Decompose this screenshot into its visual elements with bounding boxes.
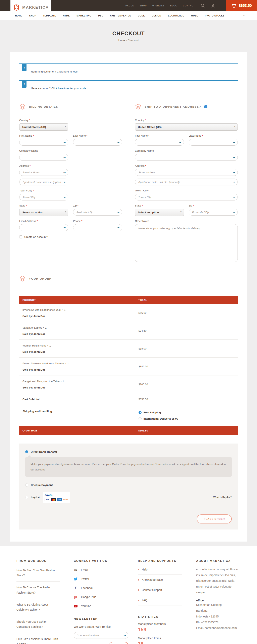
- top-nav-blog[interactable]: BLOG: [170, 4, 177, 7]
- billing-apartment-input[interactable]: [19, 178, 68, 186]
- top-nav-contact[interactable]: CONTACT: [183, 4, 195, 7]
- footer-connect-heading: CONNECT WITH US: [74, 559, 124, 562]
- blog-post-link[interactable]: What is So Alluring About Celebrity Fash…: [16, 599, 60, 616]
- cart-button[interactable]: $653.50: [226, 0, 257, 11]
- bank-transfer-option[interactable]: Direct Bank Transfer: [25, 450, 232, 453]
- shipping-last-name-input[interactable]: [189, 139, 238, 146]
- radio-checked-icon: [25, 450, 28, 453]
- product-name[interactable]: Variant of Laptop × 1: [22, 326, 132, 329]
- blog-post-link[interactable]: How To Start Your Own Fashion Store?: [16, 564, 60, 582]
- top-nav-pages[interactable]: PAGES: [126, 4, 134, 7]
- what-is-paypal-link[interactable]: What is PayPal?: [213, 496, 232, 499]
- product-seller: Sold by: John Doe: [22, 314, 132, 318]
- social-facebook-link[interactable]: f Facebook: [74, 586, 124, 590]
- logo[interactable]: MARKETICA: [10, 0, 52, 15]
- billing-town-input[interactable]: [19, 194, 68, 200]
- zip-label: Zip *: [73, 204, 122, 207]
- billing-last-name-input[interactable]: [73, 139, 122, 146]
- town-label: Town / City *: [135, 189, 238, 192]
- shipping-country-select[interactable]: United States (US): [135, 123, 238, 130]
- first-name-label: First Name *: [135, 134, 184, 137]
- order-total-label: Order Total: [19, 426, 135, 435]
- free-shipping-option[interactable]: Free Shipping: [138, 411, 178, 414]
- blog-post-link[interactable]: Should You Use Fashion Consultant Servic…: [16, 616, 60, 633]
- blog-post-link[interactable]: How To Choose The Perfect Fashion Store?: [16, 582, 60, 598]
- top-nav: PAGES SHOP WISHLIST BLOG CONTACT $653.50: [126, 0, 257, 11]
- product-name[interactable]: Women Hold iPhone × 1: [22, 344, 132, 347]
- state-label: State *: [135, 204, 184, 207]
- email-icon: ✉: [74, 568, 78, 572]
- create-account-checkbox[interactable]: [19, 236, 22, 238]
- newsletter-email-input[interactable]: [74, 632, 128, 639]
- radio-icon: [138, 417, 142, 420]
- product-name[interactable]: Proton Absolute Wordpress Themes × 1: [22, 362, 132, 365]
- shipping-zip-input[interactable]: [189, 209, 238, 216]
- twitter-icon: [74, 577, 78, 581]
- nav-more-chevron-icon[interactable]: »: [242, 15, 246, 16]
- shipping-apartment-input[interactable]: [135, 178, 238, 186]
- product-name[interactable]: iPhone 5s with Headphones Jack × 1: [22, 308, 132, 311]
- breadcrumb-home[interactable]: Home: [118, 39, 125, 42]
- radio-icon: [25, 496, 28, 499]
- shipping-street-input[interactable]: [135, 169, 238, 176]
- statistics-heading: STATISTICS: [138, 615, 182, 618]
- help-link[interactable]: Help: [138, 564, 182, 575]
- company-label: Company Name: [19, 149, 122, 152]
- billing-heading: BILLING DETAILS: [29, 105, 58, 108]
- paypal-acceptance-mark: PayPal VISA AMEX DISCOVER: [43, 492, 70, 503]
- order-notes-label: Order Notes: [135, 220, 238, 222]
- coupon-notice: i Have a coupon? Click here to enter you…: [19, 80, 238, 94]
- billing-email-input[interactable]: [19, 224, 68, 231]
- place-order-button[interactable]: PLACE ORDER: [197, 514, 232, 524]
- product-seller: Sold by: John Doe: [22, 368, 132, 371]
- nav-marketing[interactable]: MARKETING: [76, 14, 91, 17]
- billing-phone-input[interactable]: [73, 224, 122, 231]
- shipping-first-name-input[interactable]: [135, 139, 184, 146]
- nav-photo-stocks[interactable]: PHOTO STOCKS: [205, 14, 225, 17]
- contact-support-link[interactable]: Contact Support: [138, 585, 182, 595]
- shipping-state-select[interactable]: Select an option...: [135, 209, 184, 216]
- billing-country-select[interactable]: United States (US): [19, 123, 68, 130]
- brand-name: MARKETICA: [22, 5, 49, 10]
- nav-code[interactable]: CODE: [138, 14, 145, 17]
- billing-company-input[interactable]: [19, 154, 68, 161]
- faq-link[interactable]: FAQ: [138, 595, 182, 606]
- product-name[interactable]: Gadget and Things on the Table × 1: [22, 380, 132, 383]
- nav-design[interactable]: DESIGN: [152, 14, 161, 17]
- table-row: Proton Absolute Wordpress Themes × 1Sold…: [19, 358, 238, 376]
- order-table-header: PRODUCT TOTAL: [19, 296, 238, 304]
- shipping-company-input[interactable]: [135, 154, 238, 161]
- sign-up-button[interactable]: SIGN UP: [109, 642, 128, 644]
- billing-zip-input[interactable]: [73, 209, 122, 216]
- top-nav-shop[interactable]: SHOP: [140, 4, 146, 7]
- coupon-link[interactable]: Click here to enter your code: [52, 87, 86, 90]
- nav-cms-templates[interactable]: CMS TEMPLATES: [110, 14, 131, 17]
- social-email-link[interactable]: ✉ Email: [74, 568, 124, 572]
- knowledge-base-link[interactable]: Knowladge Base: [138, 575, 182, 585]
- blog-post-link[interactable]: Plus Size Fashion: Is There Such a Thing…: [16, 633, 60, 644]
- shipping-town-input[interactable]: [135, 194, 238, 200]
- tag-logo-icon: [13, 4, 20, 11]
- paypal-option[interactable]: PayPal PayPal VISA AMEX DISCOVER What is…: [25, 492, 232, 503]
- bank-transfer-label: Direct Bank Transfer: [31, 450, 57, 453]
- login-link[interactable]: Click here to login: [57, 70, 78, 73]
- cheque-payment-option[interactable]: Cheque Payment: [25, 484, 232, 486]
- top-nav-wishlist[interactable]: WISHLIST: [152, 4, 165, 7]
- international-delivery-option[interactable]: International Delivery: $5.90: [138, 417, 178, 420]
- search-icon[interactable]: [200, 4, 205, 8]
- social-google-plus-link[interactable]: g+ Google Plus: [74, 595, 124, 599]
- subtotal-row: Cart Subtotal $653.50: [19, 393, 238, 405]
- social-youtube-link[interactable]: ▶ Youtube: [74, 604, 124, 608]
- billing-street-input[interactable]: [19, 169, 68, 176]
- billing-state-select[interactable]: Select an option...: [19, 209, 68, 216]
- ship-different-checkbox[interactable]: ✓: [204, 105, 208, 108]
- nav-html[interactable]: HTML: [63, 14, 70, 17]
- order-notes-textarea[interactable]: [135, 224, 238, 262]
- billing-first-name-input[interactable]: [19, 139, 68, 146]
- nav-ecommerce[interactable]: ECOMMERCE: [168, 14, 184, 17]
- account-icon[interactable]: [210, 4, 215, 8]
- layers-icon: [135, 104, 141, 110]
- nav-psd[interactable]: PSD: [98, 14, 103, 17]
- nav-muse[interactable]: MUSE: [191, 14, 198, 17]
- social-twitter-link[interactable]: Twitter: [74, 577, 124, 581]
